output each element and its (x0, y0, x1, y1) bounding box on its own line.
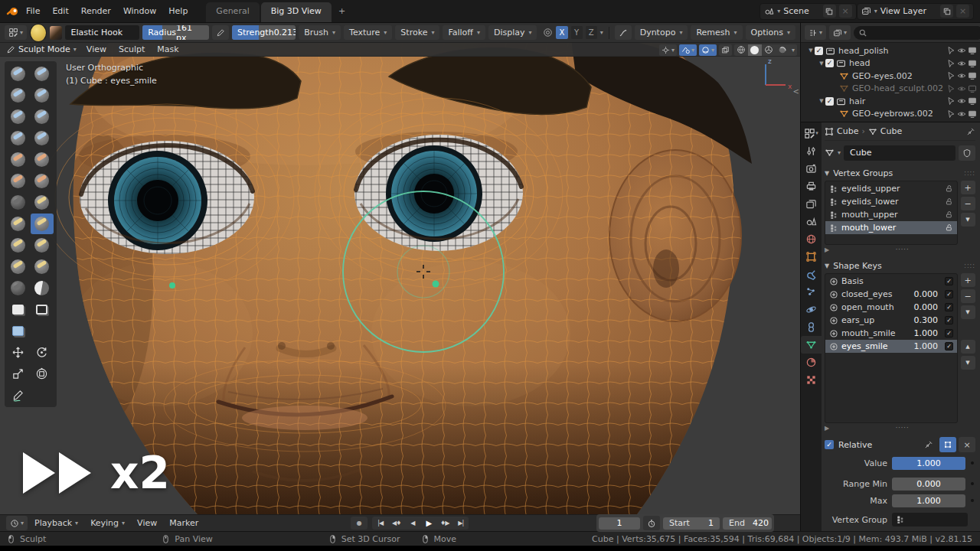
outliner-filter-type[interactable]: ▾ (829, 25, 851, 40)
relative-checkbox[interactable]: ✓ (825, 440, 834, 449)
tab-modifiers[interactable] (801, 266, 822, 283)
shape-key-checkbox[interactable]: ✓ (945, 316, 953, 324)
gizmos-toggle[interactable]: ▾ (659, 44, 677, 56)
viewport-menu-view[interactable]: View (81, 44, 112, 54)
remove-shape-key-button[interactable]: − (961, 289, 975, 303)
tab-general[interactable]: General (206, 2, 259, 22)
timeline-menu-playback[interactable]: Playback▾ (29, 518, 83, 528)
mirror-options-chevron[interactable]: ▾ (600, 29, 603, 36)
vertex-group-row[interactable]: eyelids_upper (825, 182, 957, 195)
brush-dropdown[interactable]: Brush▾ (299, 25, 341, 40)
add-shape-key-button[interactable]: + (961, 273, 975, 287)
outliner-display-mode[interactable]: ▾ (805, 25, 826, 40)
mirror-y-toggle[interactable]: Y (571, 26, 583, 39)
rendered-shading-button[interactable] (776, 44, 789, 56)
shape-key-checkbox[interactable]: ✓ (945, 290, 953, 298)
vertex-groups-header[interactable]: ▼Vertex Groups:::: (825, 165, 975, 181)
vertex-group-field[interactable] (892, 513, 968, 527)
timeline-editor-type-button[interactable]: ▾ (6, 516, 28, 530)
tool-fill[interactable] (7, 171, 30, 191)
tool-crease[interactable] (31, 128, 54, 148)
stroke-dropdown[interactable]: Stroke▾ (395, 25, 439, 40)
outliner-row-geo-head-sculpt[interactable]: GEO-head_sculpt.002 (801, 83, 980, 96)
animate-dot-icon[interactable] (971, 499, 974, 502)
tab-material[interactable] (801, 354, 822, 371)
shape-key-checkbox[interactable]: ✓ (945, 329, 953, 337)
outliner-row-geo-eyebrows[interactable]: GEO-eyebrows.002 (801, 108, 980, 121)
shape-key-row[interactable]: closed_eyes0.000✓ (825, 288, 957, 301)
prev-keyframe-button[interactable]: ◀♦ (388, 517, 404, 530)
tab-texture[interactable] (801, 371, 822, 389)
shape-key-row[interactable]: ears_up0.300✓ (825, 314, 957, 327)
mesh-name-field[interactable]: Cube (844, 145, 956, 161)
tool-scale[interactable] (7, 364, 30, 384)
hide-icon[interactable] (957, 84, 966, 93)
shape-key-specials-button[interactable]: ▼ (961, 305, 975, 319)
move-shape-key-up-button[interactable]: ▲ (961, 340, 975, 354)
tool-transform[interactable] (31, 364, 54, 384)
lock-icon[interactable] (945, 184, 953, 193)
start-frame-field[interactable]: Start1 (663, 517, 720, 530)
tool-move[interactable] (7, 342, 30, 363)
lock-icon[interactable] (945, 223, 953, 232)
preview-range-toggle[interactable] (643, 516, 660, 530)
chevron-down-icon[interactable]: ▾ (874, 8, 877, 15)
outliner-row-head-polish[interactable]: ▼ ✓ head_polish (801, 44, 980, 57)
sidebar-collapse-arrow[interactable]: < (793, 87, 799, 96)
outliner-row-hair[interactable]: ▼ ✓ hair (801, 95, 980, 108)
current-frame-field[interactable]: 1 (599, 517, 640, 530)
jump-to-end-button[interactable]: ▶| (452, 517, 469, 530)
disclosure-icon[interactable]: ▼ (818, 98, 825, 104)
blender-logo-icon[interactable] (6, 5, 20, 18)
vertex-group-row[interactable]: eyelids_lower (825, 195, 957, 208)
menu-render[interactable]: Render (75, 0, 117, 23)
tool-blob[interactable] (7, 128, 30, 148)
tab-output[interactable] (801, 178, 822, 195)
strength-slider[interactable]: Strength0.213 (232, 25, 296, 40)
animate-dot-icon[interactable] (971, 461, 974, 465)
breadcrumb-object[interactable]: Cube (837, 126, 858, 136)
render-preview-toggle[interactable] (719, 44, 732, 56)
remove-vertex-group-button[interactable]: − (961, 197, 975, 210)
viewport-menu-sculpt[interactable]: Sculpt (113, 44, 150, 54)
collection-checkbox[interactable]: ✓ (815, 47, 823, 55)
tab-scene[interactable] (801, 213, 822, 230)
tool-clay[interactable] (7, 85, 30, 106)
animate-dot-icon[interactable] (971, 482, 974, 485)
tool-pinch[interactable] (7, 192, 30, 213)
tool-pose[interactable] (31, 235, 54, 256)
select-icon[interactable] (946, 59, 956, 68)
add-vertex-group-button[interactable]: + (961, 181, 975, 194)
timeline-menu-view[interactable]: View (132, 518, 162, 528)
outliner-row-geo-eyelashes[interactable]: GEO-eyelashes.002 (801, 120, 980, 122)
play-reverse-button[interactable]: ◀ (404, 517, 420, 530)
remesh-dropdown[interactable]: Remesh▾ (691, 25, 742, 40)
falloff-dropdown[interactable]: Falloff▾ (443, 25, 485, 40)
auto-keying-record-button[interactable]: ● (351, 517, 368, 530)
tool-layer[interactable] (7, 106, 30, 127)
timeline-menu-keying[interactable]: Keying▾ (85, 518, 130, 528)
collection-checkbox[interactable]: ✓ (825, 97, 834, 106)
fake-user-button[interactable] (959, 145, 975, 161)
tool-flatten[interactable] (31, 149, 54, 170)
brush-name-field[interactable]: Elastic Hook (65, 25, 140, 40)
tool-inflate[interactable] (31, 106, 54, 127)
pin-id-button[interactable] (966, 126, 975, 136)
overlays-toggle[interactable]: ▾ (679, 44, 697, 56)
menu-file[interactable]: File (20, 0, 46, 23)
display-dropdown[interactable]: Display▾ (488, 25, 537, 40)
xray-toggle[interactable]: ▾ (699, 44, 717, 56)
dyntopo-dropdown[interactable]: Dyntopo▾ (635, 25, 688, 40)
material-shading-button[interactable] (762, 44, 776, 56)
browse-mesh-chevron[interactable]: ▾ (838, 149, 841, 156)
new-scene-button[interactable] (823, 5, 836, 18)
disable-icon[interactable] (968, 71, 977, 80)
search-input[interactable] (854, 26, 980, 40)
delete-scene-button[interactable]: × (839, 5, 852, 18)
radius-pressure-toggle[interactable] (212, 25, 229, 40)
hide-icon[interactable] (957, 71, 966, 80)
vertex-group-row[interactable]: mouth_upper (825, 208, 957, 221)
select-icon[interactable] (946, 109, 956, 119)
view-layer-icon[interactable] (861, 6, 871, 16)
tool-box-hide[interactable] (31, 299, 54, 320)
